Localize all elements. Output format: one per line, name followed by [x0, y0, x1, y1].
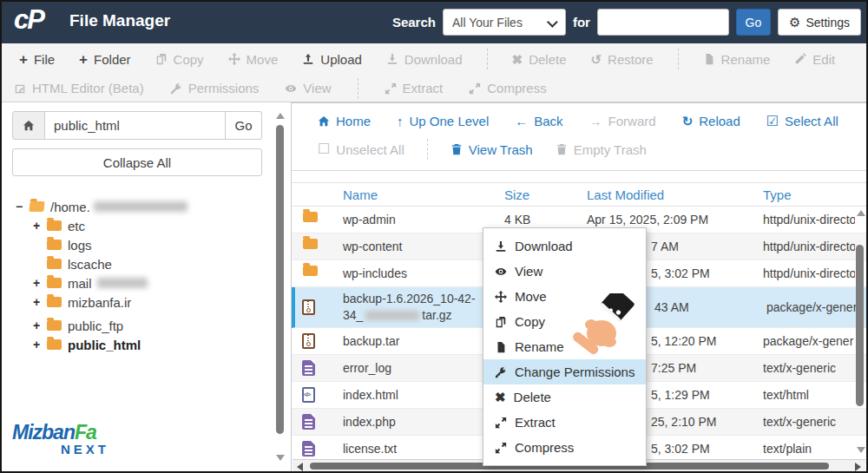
tree-item-etc[interactable]: + etc	[33, 216, 271, 235]
toolbar-label: Delete	[529, 52, 566, 67]
expand-toggle-icon[interactable]: +	[33, 338, 46, 351]
column-header-name[interactable]: Name	[343, 187, 378, 202]
menu-item-change-permissions[interactable]: Change Permissions	[483, 359, 646, 384]
toolbar-restore-button[interactable]: ↺ Restore	[591, 52, 654, 67]
expand-toggle-icon[interactable]: +	[33, 295, 46, 309]
file-name[interactable]: backup-1.6.2026_10-42-34_tar.gz	[343, 291, 483, 324]
text-doc-icon	[302, 414, 315, 430]
folder-icon	[47, 297, 62, 307]
settings-button[interactable]: ⚙ Settings	[778, 9, 861, 36]
tree-item-label: public_html	[68, 338, 141, 352]
toolbar-compress-button[interactable]: Compress	[469, 81, 546, 95]
nav-up-one-level-button[interactable]: ↑ Up One Level	[397, 114, 489, 128]
nav-forward-button[interactable]: → Forward	[589, 114, 656, 128]
scroll-up-arrow-icon[interactable]	[276, 113, 285, 119]
scroll-down-arrow-icon[interactable]	[857, 447, 865, 453]
expand-toggle-icon[interactable]: +	[33, 219, 46, 233]
toolbar-copy-button[interactable]: Copy	[155, 52, 204, 67]
menu-item-delete[interactable]: ✖ Delete	[483, 384, 646, 410]
path-input[interactable]	[45, 111, 226, 140]
nav-home-button[interactable]: Home	[318, 114, 371, 128]
scroll-left-arrow-icon[interactable]	[297, 463, 303, 471]
toolbar-folder-button[interactable]: + Folder	[79, 52, 130, 67]
folder-icon	[47, 278, 62, 288]
column-header-type[interactable]: Type	[763, 187, 792, 202]
file-type: httpd/unix-directo	[763, 213, 855, 227]
html-doc-icon	[302, 387, 315, 403]
nav-empty-trash-button[interactable]: Empty Trash	[556, 142, 647, 157]
for-label: for	[573, 15, 590, 30]
toolbar-download-button[interactable]: Download	[386, 52, 463, 67]
tree-item-home[interactable]: − /home.	[16, 197, 271, 216]
nav-row-2: ☐ Unselect All View Trash Empty Trash	[292, 130, 868, 171]
file-name[interactable]: backup.tar	[343, 334, 399, 348]
tree-item-mail[interactable]: + mail	[33, 273, 271, 292]
file-list-vertical-scrollbar[interactable]	[853, 205, 865, 458]
file-name[interactable]: license.txt	[343, 442, 397, 456]
column-header-size[interactable]: Size	[504, 187, 529, 202]
file-name[interactable]: wp-includes	[343, 266, 407, 280]
page-title: File Manager	[69, 11, 170, 30]
expand-toggle-icon[interactable]: +	[33, 276, 46, 290]
scroll-down-arrow-icon[interactable]	[276, 455, 285, 461]
toolbar-view-button[interactable]: View	[285, 81, 331, 95]
menu-item-view[interactable]: View	[483, 259, 646, 284]
scrollbar-thumb[interactable]	[276, 125, 284, 434]
expand-toggle-icon[interactable]: +	[33, 319, 46, 332]
file-name[interactable]: wp-admin	[343, 213, 396, 227]
path-go-button[interactable]: Go	[226, 111, 262, 140]
file-name[interactable]: error_log	[343, 361, 391, 375]
nav-reload-button[interactable]: ↻ Reload	[682, 114, 740, 128]
scroll-up-arrow-icon[interactable]	[857, 210, 865, 216]
collapse-all-button[interactable]: Collapse All	[12, 148, 262, 176]
toolbar-permissions-button[interactable]: Permissions	[170, 81, 260, 95]
file-name[interactable]: index.html	[343, 388, 398, 402]
nav-view-trash-button[interactable]: View Trash	[450, 142, 533, 157]
reload-icon: ↻	[682, 115, 694, 128]
folder-icon	[47, 339, 62, 350]
menu-item-rename[interactable]: Rename	[483, 334, 646, 359]
scrollbar-thumb[interactable]	[856, 245, 864, 406]
menu-item-label: Delete	[514, 390, 551, 404]
toolbar-rename-button[interactable]: Rename	[703, 52, 771, 67]
folder-icon	[303, 239, 318, 249]
folder-icon	[47, 220, 62, 231]
tree-item-mizbanfa-ir[interactable]: + mizbanfa.ir	[33, 292, 271, 312]
tree-item-logs[interactable]: logs	[33, 235, 271, 254]
toolbar-delete-button[interactable]: ✖ Delete	[512, 52, 567, 67]
search-go-button[interactable]: Go	[736, 9, 771, 36]
file-name[interactable]: index.php	[343, 415, 396, 429]
toolbar-move-button[interactable]: Move	[228, 52, 279, 67]
collapse-toggle-icon[interactable]: −	[16, 200, 29, 214]
nav-back-button[interactable]: ← Back	[515, 114, 562, 128]
tree-item-label: etc	[68, 219, 85, 233]
scroll-right-arrow-icon[interactable]	[855, 463, 861, 471]
forward-arrow-icon: →	[589, 115, 602, 128]
menu-item-move[interactable]: Move	[483, 284, 646, 309]
toolbar-edit-button[interactable]: Edit	[794, 52, 835, 67]
home-path-button[interactable]	[12, 111, 45, 140]
menu-item-download[interactable]: Download	[483, 233, 646, 259]
nav-unselect-all-button[interactable]: ☐ Unselect All	[318, 142, 404, 157]
menu-item-copy[interactable]: Copy	[483, 309, 646, 334]
menu-item-compress[interactable]: Compress	[483, 435, 646, 460]
search-scope-select[interactable]: All Your Files	[443, 9, 566, 36]
toolbar-file-button[interactable]: + File	[19, 52, 55, 67]
search-scope-wrap: All Your Files	[443, 9, 566, 36]
tree-item-lscache[interactable]: lscache	[33, 254, 271, 273]
file-name[interactable]: wp-content	[343, 240, 402, 253]
toolbar-separator	[487, 49, 488, 69]
logo-text-fa: Fa	[75, 421, 96, 443]
sidebar-scrollbar[interactable]	[273, 109, 286, 463]
nav-select-all-button[interactable]: ☑ Select All	[766, 114, 838, 128]
gear-icon: ⚙	[789, 16, 800, 29]
column-header-last-modified[interactable]: Last Modified	[587, 187, 664, 202]
toolbar-html-editor-button[interactable]: HTML Editor (Beta)	[14, 81, 144, 95]
search-input[interactable]	[597, 9, 729, 36]
toolbar-extract-button[interactable]: Extract	[385, 81, 444, 95]
tree-item-public-html[interactable]: + public_html	[33, 335, 271, 354]
archive-icon	[302, 299, 315, 315]
menu-item-extract[interactable]: Extract	[483, 410, 646, 435]
toolbar-upload-button[interactable]: Upload	[302, 52, 362, 67]
tree-item-public-ftp[interactable]: + public_ftp	[33, 316, 271, 335]
